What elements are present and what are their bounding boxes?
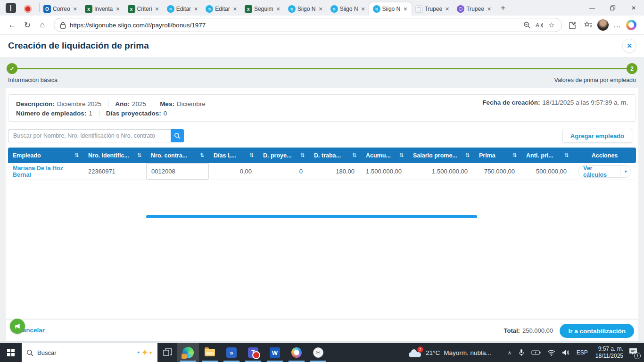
sort-icon[interactable]: ⇅: [352, 152, 356, 158]
add-employee-button[interactable]: Agregar empleado: [562, 129, 632, 143]
column-header-salario-promedio[interactable]: Salario prome...⇅: [408, 148, 474, 163]
browser-menu-icon[interactable]: …: [611, 21, 623, 29]
home-button[interactable]: ⌂: [36, 18, 49, 32]
task-view-button[interactable]: [157, 343, 177, 362]
close-icon[interactable]: ✕: [486, 6, 492, 12]
tray-overflow-icon[interactable]: ∧: [508, 350, 512, 356]
url-text[interactable]: https://siigonube.siigo.com/#/payroll/bo…: [70, 22, 521, 29]
sort-icon[interactable]: ⇅: [249, 152, 254, 158]
tab-editar-2[interactable]: S Editar ✕: [202, 2, 241, 16]
tab-recording[interactable]: [20, 2, 39, 16]
favorite-star-icon[interactable]: ☆: [545, 19, 558, 31]
step1-check-icon[interactable]: ✓: [7, 63, 17, 74]
close-icon[interactable]: ✕: [360, 6, 366, 12]
taskbar-app-word[interactable]: W: [264, 343, 286, 362]
search-button[interactable]: [171, 129, 184, 142]
task-view-icon: [163, 348, 172, 357]
tab-trupee-1[interactable]: Trupee ✕: [412, 2, 454, 16]
column-header-prima[interactable]: Prima⇅: [474, 148, 521, 163]
close-icon[interactable]: ✕: [232, 6, 238, 12]
announcement-fab[interactable]: [10, 319, 25, 334]
weather-widget[interactable]: 2 21°C Mayorm. nubla...: [409, 347, 500, 358]
minimize-button[interactable]: —: [582, 0, 603, 16]
column-header-acumulado[interactable]: Acumu...⇅: [361, 148, 408, 163]
column-header-dias-proyectados[interactable]: D. proye...⇅: [258, 148, 309, 163]
tab-workspaces-icon[interactable]: [6, 3, 16, 13]
step2-circle[interactable]: 2: [627, 63, 637, 74]
sort-icon[interactable]: ⇅: [465, 152, 470, 158]
sort-icon[interactable]: ⇅: [512, 152, 517, 158]
taskbar-app-remote[interactable]: »: [221, 343, 242, 362]
zoom-out-icon[interactable]: [521, 19, 533, 31]
browser-tab-bar: O Correo ✕ x Inventa ✕ x Criteri ✕ S Edi…: [0, 0, 644, 16]
cell-contrato[interactable]: 0012008: [146, 163, 209, 180]
taskbar-app-copilot[interactable]: [286, 343, 307, 362]
speaker-icon[interactable]: [562, 349, 570, 356]
back-button[interactable]: ←: [6, 18, 19, 32]
taskbar-app-teams[interactable]: T: [242, 343, 264, 362]
ver-calculos-button[interactable]: Ver cálculos ▾: [578, 165, 631, 178]
divider: [153, 100, 153, 107]
close-icon[interactable]: ✕: [444, 6, 450, 12]
extensions-icon[interactable]: [566, 19, 578, 31]
tab-seguimiento[interactable]: x Seguim ✕: [241, 2, 284, 16]
close-page-button[interactable]: ✕: [622, 39, 636, 53]
language-indicator[interactable]: ESP: [577, 349, 588, 356]
read-aloud-icon[interactable]: A: [533, 19, 545, 31]
battery-icon[interactable]: [531, 350, 541, 355]
address-bar[interactable]: https://siigonube.siigo.com/#/payroll/bo…: [54, 18, 562, 32]
close-icon[interactable]: ✕: [115, 6, 121, 12]
close-icon[interactable]: ✕: [317, 6, 323, 12]
tab-correo[interactable]: O Correo ✕: [40, 2, 81, 16]
sort-icon[interactable]: ⇅: [74, 152, 79, 158]
close-icon[interactable]: ✕: [275, 6, 281, 12]
close-icon[interactable]: ✕: [402, 6, 408, 12]
microphone-icon[interactable]: [518, 349, 525, 356]
ir-a-contabilizacion-button[interactable]: Ir a contabilización: [560, 324, 634, 338]
taskbar-search-box[interactable]: ✦ ✦ ✦: [22, 343, 157, 362]
chevron-down-icon[interactable]: ▾: [620, 166, 631, 177]
column-header-contrato[interactable]: Nro. contra...⇅: [146, 148, 209, 163]
column-header-anticipo-prima[interactable]: Anti. pri...⇅: [521, 148, 573, 163]
search-highlights-icon[interactable]: ✦ ✦ ✦: [137, 347, 153, 358]
tab-criterios[interactable]: x Criteri ✕: [124, 2, 163, 16]
close-window-button[interactable]: ✕: [623, 0, 644, 16]
sort-icon[interactable]: ⇅: [564, 152, 569, 158]
sort-icon[interactable]: ⇅: [399, 152, 404, 158]
sort-icon[interactable]: ⇅: [300, 152, 305, 158]
close-icon[interactable]: ✕: [154, 6, 160, 12]
tab-siigo-active[interactable]: S Siigo N ✕: [369, 2, 412, 16]
wifi-icon[interactable]: [547, 350, 555, 356]
tab-siigo-1[interactable]: S Siigo N ✕: [284, 2, 327, 16]
profile-avatar[interactable]: [597, 19, 609, 31]
tab-editar-1[interactable]: S Editar ✕: [163, 2, 202, 16]
column-header-dias-liquidados[interactable]: Días L...⇅: [209, 148, 258, 163]
start-button[interactable]: [0, 343, 22, 362]
close-icon[interactable]: ✕: [193, 6, 199, 12]
sort-icon[interactable]: ⇅: [200, 152, 204, 158]
column-header-identificacion[interactable]: Nro. identific...⇅: [83, 148, 146, 163]
favorites-list-icon[interactable]: [582, 19, 594, 31]
employee-search-input[interactable]: [8, 129, 171, 142]
horizontal-scrollbar[interactable]: [146, 215, 477, 218]
taskbar-app-edge[interactable]: [177, 343, 199, 362]
taskbar-app-sniptool[interactable]: ✂: [307, 343, 329, 362]
new-tab-button[interactable]: +: [495, 3, 511, 16]
refresh-button[interactable]: ↻: [21, 18, 34, 32]
taskbar-search-input[interactable]: [37, 349, 103, 356]
taskbar-app-explorer[interactable]: [199, 343, 221, 362]
close-icon[interactable]: ✕: [72, 6, 78, 12]
copilot-icon[interactable]: [626, 20, 636, 30]
tab-siigo-2[interactable]: S Siigo N ✕: [327, 2, 369, 16]
notification-center-button[interactable]: 1: [629, 348, 637, 357]
lock-icon: [60, 22, 66, 29]
column-header-dias-trabajados[interactable]: D. traba...⇅: [309, 148, 361, 163]
taskbar-clock[interactable]: 9:57 a. m. 18/11/2025: [595, 346, 623, 360]
column-label: Prima: [479, 152, 495, 159]
sort-icon[interactable]: ⇅: [137, 152, 141, 158]
tab-trupee-2[interactable]: Trupee ✕: [453, 2, 495, 16]
employee-name-link[interactable]: Mariana De la Hoz Bernal: [8, 163, 83, 180]
column-header-empleado[interactable]: Empleado⇅: [8, 148, 83, 163]
tab-inventario[interactable]: x Inventa ✕: [81, 2, 124, 16]
restore-button[interactable]: [603, 0, 623, 16]
